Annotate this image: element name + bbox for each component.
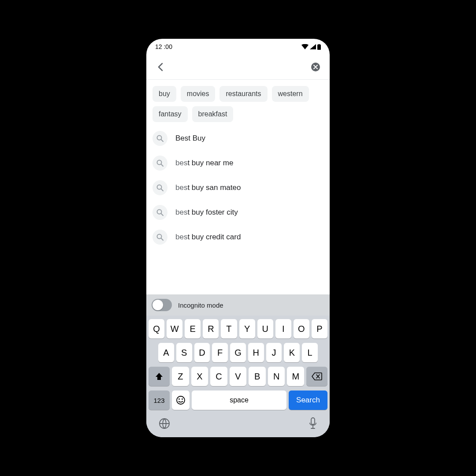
emoji-icon xyxy=(176,395,186,405)
chip[interactable]: fantasy xyxy=(152,106,188,122)
svg-rect-16 xyxy=(311,418,315,424)
chip[interactable]: breakfast xyxy=(192,106,234,122)
shift-key[interactable] xyxy=(149,367,170,386)
key-b[interactable]: B xyxy=(249,367,266,386)
search-icon xyxy=(152,205,167,220)
status-bar: 12 :00 xyxy=(146,39,330,55)
incognito-bar: Incognito mode xyxy=(146,294,330,316)
search-nav-bar xyxy=(146,55,330,79)
emoji-key[interactable] xyxy=(172,390,190,410)
close-icon xyxy=(311,63,320,71)
svg-line-11 xyxy=(161,238,164,241)
key-e[interactable]: E xyxy=(185,319,201,338)
chip[interactable]: western xyxy=(272,86,309,102)
clock: 12 :00 xyxy=(155,43,172,50)
kbd-row-2: ASDFGHJKL xyxy=(149,343,327,362)
toggle-knob xyxy=(152,300,163,310)
suggestion-row[interactable]: best buy foster city xyxy=(152,205,324,220)
search-icon xyxy=(152,180,167,195)
key-c[interactable]: C xyxy=(210,367,227,386)
suggestion-row[interactable]: Best Buy xyxy=(152,131,324,146)
svg-rect-1 xyxy=(319,44,320,45)
battery-icon xyxy=(317,44,321,50)
svg-point-12 xyxy=(177,396,185,404)
status-icons xyxy=(301,44,321,50)
globe-button[interactable] xyxy=(159,418,170,431)
key-n[interactable]: N xyxy=(268,367,285,386)
chip[interactable]: restaurants xyxy=(219,86,267,102)
suggestion-row[interactable]: best buy credit card xyxy=(152,230,324,245)
kbd-row-1: QWERTYUIOP xyxy=(149,319,327,338)
key-h[interactable]: H xyxy=(248,343,264,362)
key-m[interactable]: M xyxy=(287,367,304,386)
chip[interactable]: buy xyxy=(152,86,176,102)
key-r[interactable]: R xyxy=(203,319,219,338)
suggestion-text: best buy near me xyxy=(175,159,233,167)
search-icon xyxy=(152,230,167,245)
suggestion-text: best buy foster city xyxy=(175,208,238,217)
key-q[interactable]: Q xyxy=(149,319,164,338)
key-s[interactable]: S xyxy=(176,343,192,362)
svg-line-7 xyxy=(161,189,164,191)
key-p[interactable]: P xyxy=(312,319,327,338)
phone-frame: 12 :00 buymoviesrestaurantswesternfantas… xyxy=(143,35,333,441)
key-i[interactable]: I xyxy=(275,319,291,338)
svg-point-13 xyxy=(178,398,180,400)
key-f[interactable]: F xyxy=(212,343,228,362)
wifi-icon xyxy=(301,44,309,49)
keyboard-bottom-bar xyxy=(146,414,330,437)
key-a[interactable]: A xyxy=(158,343,174,362)
mic-button[interactable] xyxy=(309,417,317,431)
key-d[interactable]: D xyxy=(194,343,210,362)
svg-line-9 xyxy=(161,214,164,216)
suggestion-text: best buy san mateo xyxy=(175,183,241,192)
key-u[interactable]: U xyxy=(257,319,273,338)
chip[interactable]: movies xyxy=(181,86,216,102)
key-w[interactable]: W xyxy=(167,319,182,338)
key-g[interactable]: G xyxy=(230,343,246,362)
key-t[interactable]: T xyxy=(221,319,237,338)
key-l[interactable]: L xyxy=(302,343,318,362)
svg-point-14 xyxy=(182,398,183,400)
mic-icon xyxy=(309,417,317,430)
kbd-row-4: 123 space Search xyxy=(149,390,327,410)
key-o[interactable]: O xyxy=(294,319,309,338)
suggestion-text: best buy credit card xyxy=(175,233,241,242)
soft-keyboard: QWERTYUIOP ASDFGHJKL ZXCVBNM 123 space S… xyxy=(146,316,330,414)
suggestion-chips: buymoviesrestaurantswesternfantasybreakf… xyxy=(146,80,330,126)
shift-icon xyxy=(155,372,164,381)
svg-rect-0 xyxy=(317,45,321,50)
backspace-key[interactable] xyxy=(306,367,327,386)
back-button[interactable] xyxy=(154,61,167,73)
suggestion-row[interactable]: best buy san mateo xyxy=(152,180,324,195)
key-x[interactable]: X xyxy=(191,367,208,386)
key-z[interactable]: Z xyxy=(172,367,189,386)
key-y[interactable]: Y xyxy=(239,319,255,338)
key-j[interactable]: J xyxy=(266,343,282,362)
clear-button[interactable] xyxy=(309,61,322,73)
kbd-row-3: ZXCVBNM xyxy=(149,367,327,386)
key-v[interactable]: V xyxy=(230,367,247,386)
cell-signal-icon xyxy=(310,44,316,49)
space-key[interactable]: space xyxy=(192,390,286,410)
suggestions-list: Best Buybest buy near mebest buy san mat… xyxy=(146,126,330,294)
search-icon xyxy=(152,131,167,146)
svg-line-3 xyxy=(161,140,164,142)
suggestion-text: Best Buy xyxy=(175,134,205,143)
globe-icon xyxy=(159,418,170,429)
key-k[interactable]: K xyxy=(284,343,300,362)
numbers-key[interactable]: 123 xyxy=(149,390,170,410)
search-key[interactable]: Search xyxy=(289,390,327,410)
search-icon xyxy=(152,156,167,171)
phone-screen: 12 :00 buymoviesrestaurantswesternfantas… xyxy=(146,39,330,437)
backspace-icon xyxy=(312,372,322,380)
suggestion-row[interactable]: best buy near me xyxy=(152,156,324,171)
incognito-toggle[interactable] xyxy=(152,299,172,311)
chevron-left-icon xyxy=(157,63,164,71)
incognito-label: Incognito mode xyxy=(178,301,223,309)
svg-line-5 xyxy=(161,164,164,167)
